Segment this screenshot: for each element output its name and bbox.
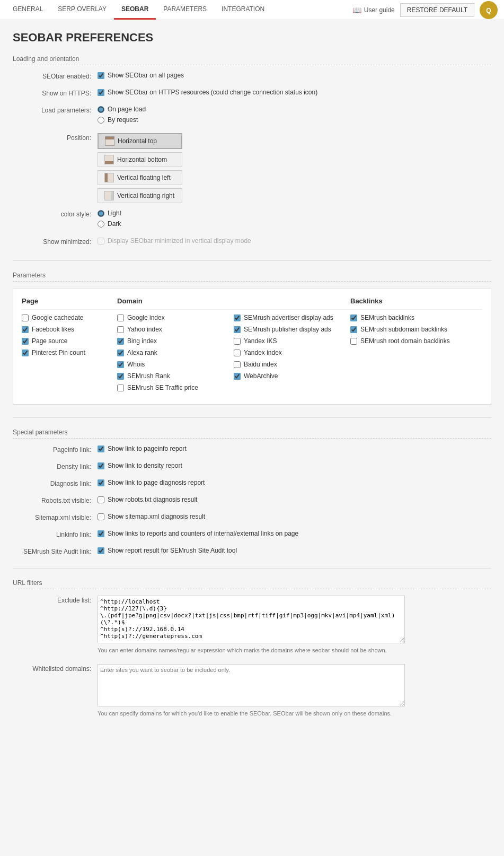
show-https-content: Show SEObar on HTTPS resources (could ch… [98,89,491,99]
param-bing-index-label: Bing index [127,337,157,345]
page-header: Page [22,297,117,305]
param-baidu-index: Baidu index [234,361,350,368]
load-on-page-radio[interactable] [98,106,104,113]
param-yandex-iks-checkbox[interactable] [234,338,241,345]
param-google-index: Google index [117,314,234,321]
param-google-cachedate-checkbox[interactable] [22,315,29,321]
linkinfo-link-text: Show links to reports and counters of in… [108,530,298,537]
param-google-index-checkbox[interactable] [117,315,124,321]
density-link-content: Show link to density report [98,462,491,473]
whitelist-label: Whitelisted domains: [13,664,98,672]
position-vertical-right[interactable]: Vertical floating right [98,188,491,203]
position-btn-vertical-right[interactable]: Vertical floating right [98,188,182,203]
param-semrush-backlinks-checkbox[interactable] [350,315,357,321]
param-semrush-subdomain-backlinks-label: SEMrush subdomain backlinks [360,326,447,333]
param-semrush-rank-checkbox[interactable] [117,373,124,380]
position-horizontal-bottom[interactable]: Horizontal bottom [98,152,491,167]
sitemap-visible-text: Show sitemap.xml diagnosis result [108,513,205,520]
semrush-site-audit-checkbox[interactable] [98,547,104,554]
position-btn-vertical-left[interactable]: Vertical floating left [98,170,182,185]
linkinfo-link-checkbox[interactable] [98,530,104,537]
robots-visible-checkbox[interactable] [98,496,104,503]
robots-visible-label: Robots.txt visible: [13,496,98,504]
nav-parameters[interactable]: PARAMETERS [156,0,214,20]
seobar-enabled-checkbox[interactable] [98,72,104,79]
position-vertical-left[interactable]: Vertical floating left [98,170,491,185]
sitemap-visible-row: Sitemap.xml visible: Show sitemap.xml di… [13,513,491,523]
user-guide-button[interactable]: 📖 User guide [347,3,400,17]
position-vertical-right-label: Vertical floating right [117,192,174,199]
param-semrush-advertiser-checkbox[interactable] [234,315,241,321]
param-pinterest-pin-count-label: Pinterest Pin count [32,349,85,356]
param-semrush-se-traffic-label: SEMrush SE Traffic price [127,384,198,391]
load-params-row: Load parameters: On page load By request [13,106,491,127]
position-btn-horizontal-top[interactable]: Horizontal top [98,133,182,149]
show-minimized-text: Display SEObar minimized in vertical dis… [108,237,251,244]
param-semrush-root-domain-backlinks-checkbox[interactable] [350,338,357,345]
url-filters-title: URL filters [13,579,491,589]
param-facebook-likes-checkbox[interactable] [22,326,29,333]
nav-general[interactable]: GENERAL [5,0,50,20]
show-https-checkbox-row: Show SEObar on HTTPS resources (could ch… [98,89,491,96]
param-semrush-se-traffic-checkbox[interactable] [117,385,124,391]
param-baidu-index-label: Baidu index [244,361,277,368]
sitemap-visible-content: Show sitemap.xml diagnosis result [98,513,491,523]
param-bing-index-checkbox[interactable] [117,338,124,345]
sitemap-visible-checkbox[interactable] [98,513,104,520]
param-semrush-publisher-checkbox[interactable] [234,326,241,333]
param-baidu-index-checkbox[interactable] [234,361,241,368]
diagnosis-link-row: Diagnosis link: Show link to page diagno… [13,479,491,490]
position-btn-horizontal-bottom[interactable]: Horizontal bottom [98,152,182,167]
semrush-site-audit-text: Show report result for SEMrush Site Audi… [108,547,237,554]
position-options: Horizontal top Horizontal bottom [98,133,491,203]
sitemap-visible-label: Sitemap.xml visible: [13,513,98,521]
param-yahoo-index-checkbox[interactable] [117,326,124,333]
param-semrush-root-domain-backlinks: SEMrush root domain backlinks [350,337,482,345]
diagnosis-link-checkbox[interactable] [98,479,104,486]
backlinks-header: Backlinks [350,297,482,305]
linkinfo-link-label: Linkinfo link: [13,530,98,538]
load-params-content: On page load By request [98,106,491,127]
linkinfo-link-row: Linkinfo link: Show links to reports and… [13,530,491,540]
position-horizontal-top[interactable]: Horizontal top [98,133,491,149]
param-semrush-root-domain-backlinks-label: SEMrush root domain backlinks [360,337,450,345]
density-link-checkbox[interactable] [98,462,104,469]
show-https-checkbox[interactable] [98,89,104,96]
color-dark-radio[interactable] [98,221,104,228]
show-minimized-checkbox[interactable] [98,238,104,244]
exclude-list-textarea[interactable]: ^http://localhost ^http://127(\.d){3} \.… [98,596,405,643]
param-yahoo-index-label: Yahoo index [127,326,162,333]
param-whois-checkbox[interactable] [117,361,124,368]
param-google-index-label: Google index [127,314,165,321]
position-horizontal-top-label: Horizontal top [118,137,157,145]
param-semrush-subdomain-backlinks: SEMrush subdomain backlinks [350,326,482,333]
show-https-label: Show on HTTPS: [13,89,98,97]
by-request-radio[interactable] [98,117,104,124]
color-light-radio[interactable] [98,210,104,217]
param-webarchive-checkbox[interactable] [234,373,241,380]
nav-serp-overlay[interactable]: SERP OVERLAY [50,0,114,20]
nav-integration[interactable]: INTEGRATION [214,0,272,20]
position-row: Position: Horizontal top [13,133,491,203]
param-alexa-rank-label: Alexa rank [127,349,157,356]
domain-header: Domain [117,297,350,305]
whitelist-textarea[interactable] [98,664,405,706]
parameters-box: Page Domain Backlinks Google cachedate F… [13,288,491,405]
param-semrush-backlinks: SEMrush backlinks [350,314,482,321]
param-google-cachedate: Google cachedate [22,314,117,321]
pageinfo-link-checkbox[interactable] [98,446,104,452]
position-horizontal-bottom-label: Horizontal bottom [117,156,167,163]
restore-default-button[interactable]: RESTORE DEFAULT [400,3,474,17]
color-style-label: color style: [13,209,98,218]
param-semrush-subdomain-backlinks-checkbox[interactable] [350,326,357,333]
param-pinterest-pin-count-checkbox[interactable] [22,350,29,356]
param-page-source-checkbox[interactable] [22,338,29,345]
url-filters-section: URL filters Exclude list: ^http://localh… [13,579,491,717]
svg-text:Q: Q [486,7,491,14]
param-yandex-iks: Yandex IKS [234,337,350,345]
param-alexa-rank-checkbox[interactable] [117,350,124,356]
param-yandex-index-checkbox[interactable] [234,350,241,356]
nav-seobar[interactable]: SEOBAR [114,0,156,20]
param-page-source: Page source [22,337,117,345]
seobar-enabled-checkbox-row: Show SEObar on all pages [98,72,491,79]
